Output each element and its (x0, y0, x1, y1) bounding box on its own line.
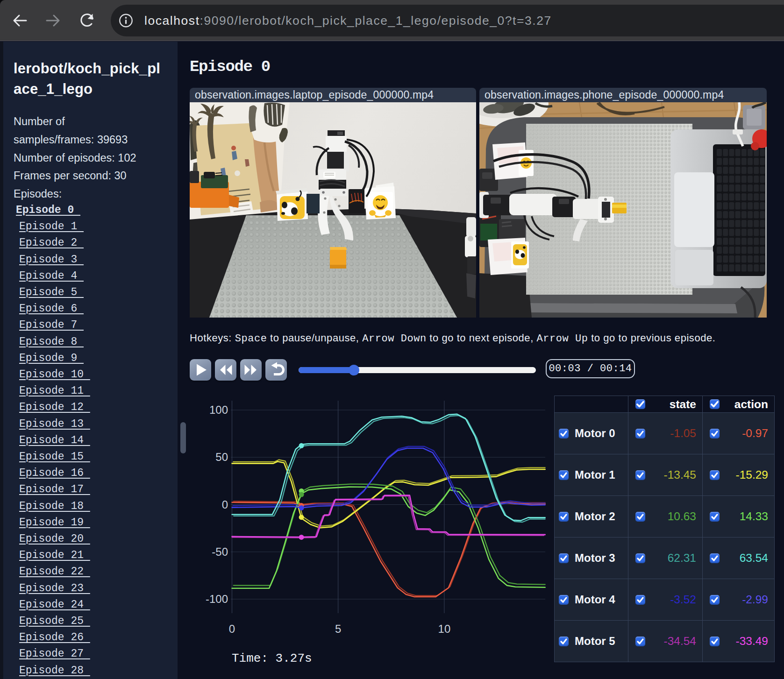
svg-text:-100: -100 (206, 593, 228, 605)
svg-text:50: 50 (215, 451, 228, 463)
svg-text:-50: -50 (212, 545, 228, 558)
svg-text:0: 0 (229, 622, 235, 635)
svg-text:100: 100 (209, 403, 228, 416)
svg-text:0: 0 (222, 498, 228, 511)
svg-text:5: 5 (335, 622, 341, 635)
svg-text:Time: 3.27s: Time: 3.27s (232, 651, 312, 665)
svg-text:10: 10 (438, 622, 451, 635)
